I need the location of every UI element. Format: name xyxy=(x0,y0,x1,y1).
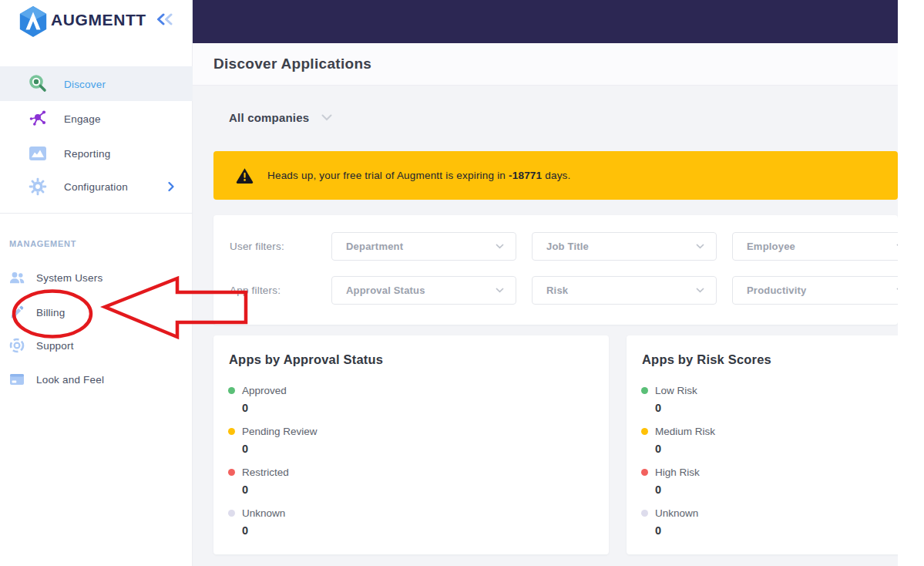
sidebar-item-system-users[interactable]: System Users xyxy=(0,262,193,293)
sidebar-item-configuration[interactable]: Configuration xyxy=(0,169,193,204)
chevron-down-icon xyxy=(496,244,504,249)
card-title: Apps by Approval Status xyxy=(229,352,383,367)
chevron-down-icon xyxy=(496,288,504,293)
app-filters-label: App filters: xyxy=(230,285,281,296)
select-placeholder: Employee xyxy=(747,241,795,252)
company-selector[interactable]: All companies xyxy=(229,111,332,124)
chevron-left-double-icon xyxy=(156,13,175,25)
legend-item: High Risk 0 xyxy=(641,467,700,496)
users-icon xyxy=(8,269,25,286)
sidebar-item-engage[interactable]: Engage xyxy=(0,101,193,136)
management-section-label: MANAGEMENT xyxy=(9,239,76,248)
legend-dot xyxy=(228,510,235,517)
top-navbar xyxy=(193,0,898,43)
legend-dot xyxy=(228,428,235,435)
submenu-chevron-right-icon xyxy=(168,181,174,191)
legend-item: Restricted 0 xyxy=(228,467,289,496)
legend-label: Low Risk xyxy=(655,385,697,396)
sidebar-item-label: System Users xyxy=(36,272,102,284)
legend-dot xyxy=(641,428,648,435)
legend-label: Unknown xyxy=(242,507,285,519)
sidebar-item-label: Look and Feel xyxy=(36,374,104,386)
sidebar-item-label: Engage xyxy=(64,113,101,124)
chevron-down-icon xyxy=(696,288,704,293)
brand-logo-icon xyxy=(18,5,49,38)
banner-text: Heads up, your free trial of Augmentt is… xyxy=(267,170,570,181)
sidebar-item-label: Billing xyxy=(36,307,65,318)
pencil-icon xyxy=(8,304,25,321)
legend-dot xyxy=(228,387,235,394)
search-icon xyxy=(28,74,48,94)
banner-days-value: -18771 xyxy=(509,170,542,181)
user-filters-label: User filters: xyxy=(230,241,284,252)
bar-chart-icon xyxy=(28,143,48,163)
legend-label: Unknown xyxy=(655,507,698,519)
sidebar-divider xyxy=(0,213,193,214)
approval-status-card: Apps by Approval Status Approved 0 Pendi… xyxy=(213,335,609,554)
legend-dot xyxy=(641,387,648,394)
chevron-down-icon xyxy=(896,288,898,293)
sidebar-item-label: Reporting xyxy=(64,147,110,159)
legend-dot xyxy=(641,510,648,517)
legend-label: Medium Risk xyxy=(655,426,715,437)
filter-select-approval-status[interactable]: Approval Status xyxy=(331,276,516,305)
sidebar: AUGMENTT Discover xyxy=(0,0,193,566)
legend-value: 0 xyxy=(242,443,318,455)
legend-value: 0 xyxy=(242,483,289,496)
filter-select-productivity[interactable]: Productivity xyxy=(732,276,898,305)
chevron-down-icon xyxy=(696,244,704,249)
sidebar-item-label: Discover xyxy=(64,78,106,89)
sidebar-item-billing[interactable]: Billing xyxy=(0,297,193,328)
legend-item: Unknown 0 xyxy=(641,507,698,537)
filter-select-risk[interactable]: Risk xyxy=(532,276,717,305)
legend-value: 0 xyxy=(655,483,700,496)
legend-item: Pending Review 0 xyxy=(228,426,318,455)
banner-text-suffix: days. xyxy=(542,170,570,181)
select-placeholder: Risk xyxy=(546,285,568,296)
page-header: Discover Applications xyxy=(193,43,898,86)
risk-scores-card: Apps by Risk Scores Low Risk 0 Medium Ri… xyxy=(627,335,898,554)
legend-dot xyxy=(228,469,235,476)
sidebar-item-label: Configuration xyxy=(64,180,128,192)
company-selector-value: All companies xyxy=(229,111,309,124)
legend-item: Low Risk 0 xyxy=(641,385,697,414)
collapse-sidebar-button[interactable] xyxy=(156,13,175,28)
page-title: Discover Applications xyxy=(213,56,371,72)
life-ring-icon xyxy=(8,337,25,354)
select-placeholder: Job Title xyxy=(546,241,589,252)
legend-item: Medium Risk 0 xyxy=(641,426,715,455)
app-root: Discover Applications All companies Head… xyxy=(0,0,924,566)
filter-select-job-title[interactable]: Job Title xyxy=(532,232,717,261)
sidebar-item-support[interactable]: Support xyxy=(0,330,193,361)
chevron-down-icon xyxy=(321,114,332,121)
select-placeholder: Productivity xyxy=(747,285,807,296)
legend-value: 0 xyxy=(242,524,285,537)
legend-value: 0 xyxy=(655,524,698,537)
banner-text-prefix: Heads up, your free trial of Augmentt is… xyxy=(267,170,509,181)
legend-value: 0 xyxy=(242,402,287,414)
sidebar-item-reporting[interactable]: Reporting xyxy=(0,136,193,170)
filters-panel: User filters: App filters: Department Jo… xyxy=(213,215,898,325)
select-placeholder: Approval Status xyxy=(346,285,425,296)
legend-item: Unknown 0 xyxy=(228,507,285,537)
gear-icon xyxy=(28,177,48,197)
legend-item: Approved 0 xyxy=(228,385,287,414)
filter-select-department[interactable]: Department xyxy=(331,232,516,261)
trial-warning-banner: Heads up, your free trial of Augmentt is… xyxy=(213,151,898,200)
legend-label: Approved xyxy=(242,385,287,396)
select-placeholder: Department xyxy=(346,241,403,252)
filter-select-employee[interactable]: Employee xyxy=(732,232,898,261)
warning-icon xyxy=(236,167,254,184)
legend-value: 0 xyxy=(655,402,697,414)
legend-label: High Risk xyxy=(655,467,700,478)
window-icon xyxy=(8,371,25,388)
brand-logo: AUGMENTT xyxy=(0,0,193,43)
network-icon xyxy=(28,109,48,129)
legend-label: Pending Review xyxy=(242,426,318,437)
main-area: Discover Applications All companies Head… xyxy=(193,0,898,566)
legend-value: 0 xyxy=(655,443,715,455)
sidebar-item-look-and-feel[interactable]: Look and Feel xyxy=(0,364,193,395)
sidebar-item-discover[interactable]: Discover xyxy=(0,66,193,101)
card-title: Apps by Risk Scores xyxy=(642,352,771,367)
chevron-down-icon xyxy=(896,244,898,249)
